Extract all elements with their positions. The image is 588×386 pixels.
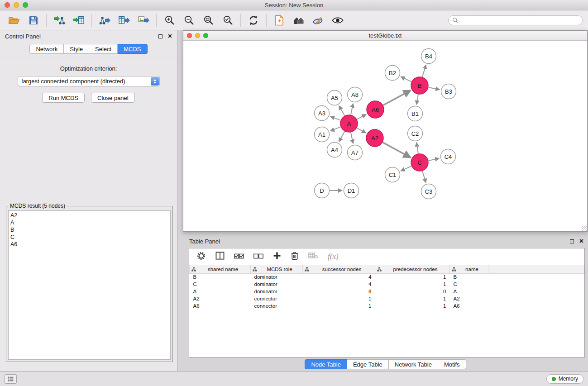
show-columns-button[interactable] — [215, 252, 225, 262]
result-item[interactable]: A6 — [10, 241, 168, 248]
table-row[interactable]: Adominator80A — [190, 288, 584, 295]
graph-node-D1[interactable]: D1 — [344, 183, 359, 198]
table-row[interactable]: Cdominator41C — [190, 281, 584, 288]
graph-node-D[interactable]: D — [315, 183, 330, 198]
graph-edge-A-A3[interactable] — [330, 116, 340, 120]
graph-node-A2[interactable]: A2 — [366, 129, 383, 147]
export-table-button[interactable] — [115, 12, 133, 29]
open-session-button[interactable] — [5, 12, 23, 29]
result-item[interactable]: A2 — [10, 212, 168, 219]
float-table-panel-icon[interactable] — [570, 239, 574, 243]
graph-edge-A-A4[interactable] — [339, 132, 344, 142]
unselect-all-columns-button[interactable] — [253, 253, 263, 261]
network-overview-button[interactable] — [290, 12, 307, 29]
column-header-predecessor-nodes[interactable]: predecessor nodes — [375, 265, 450, 273]
show-hide-details-button[interactable] — [329, 12, 346, 29]
network-canvas[interactable]: B4B2BB3A8A5A6B1A3AC2A1A2A4A7C4CC1C3DD1 — [183, 41, 587, 231]
close-table-panel-icon[interactable]: × — [579, 239, 583, 243]
memory-button[interactable]: Memory — [546, 374, 583, 384]
graph-edge-B-B4[interactable] — [422, 65, 426, 77]
column-header-name[interactable]: name — [450, 265, 488, 273]
graph-node-B3[interactable]: B3 — [441, 84, 456, 99]
graph-node-A7[interactable]: A7 — [348, 145, 363, 160]
open-recent-button[interactable] — [271, 12, 288, 29]
graph-node-A8[interactable]: A8 — [348, 87, 363, 102]
graph-edge-B-B2[interactable] — [401, 77, 411, 82]
network-minimize-button[interactable] — [195, 33, 200, 38]
graph-edge-A6-B[interactable] — [383, 91, 411, 105]
network-zoom-button[interactable] — [203, 33, 208, 38]
graph-node-A4[interactable]: A4 — [327, 143, 342, 157]
zoom-out-button[interactable] — [180, 12, 197, 29]
zoom-in-button[interactable] — [161, 12, 178, 29]
graph-edge-A-A6[interactable] — [357, 114, 366, 119]
graph-edge-B-B1[interactable] — [416, 95, 418, 105]
close-panel-button[interactable]: Close panel — [91, 93, 135, 103]
export-network-button[interactable] — [96, 12, 113, 29]
graph-edge-C-C3[interactable] — [422, 171, 426, 182]
save-session-button[interactable] — [25, 12, 42, 29]
graph-edge-A-A1[interactable] — [330, 127, 340, 131]
create-column-button[interactable] — [273, 252, 281, 262]
table-row[interactable]: A2connector11A2 — [190, 295, 584, 302]
search-field[interactable] — [448, 15, 583, 25]
search-input[interactable] — [460, 17, 578, 24]
table-row[interactable]: Bdominator41B — [190, 273, 584, 281]
export-image-button[interactable] — [135, 12, 152, 29]
graph-edge-C-C2[interactable] — [416, 143, 418, 153]
tab-motifs[interactable]: Motifs — [438, 359, 466, 369]
column-header-shared-name[interactable]: shared name — [190, 265, 251, 273]
graph-node-C4[interactable]: C4 — [441, 149, 456, 164]
graph-node-A6[interactable]: A6 — [367, 101, 384, 118]
graph-node-B[interactable]: B — [411, 77, 428, 94]
graph-node-C2[interactable]: C2 — [408, 126, 423, 141]
delete-table-button[interactable] — [308, 252, 318, 261]
zoom-fit-button[interactable] — [200, 12, 217, 29]
window-resize-grip[interactable] — [582, 226, 587, 231]
close-panel-icon[interactable]: × — [168, 34, 172, 38]
float-panel-icon[interactable] — [158, 34, 163, 38]
close-window-button[interactable] — [5, 2, 10, 8]
tab-mcds[interactable]: MCDS — [118, 44, 147, 54]
graph-edge-A-A2[interactable] — [357, 128, 366, 133]
function-builder-button[interactable]: f(x) — [328, 252, 339, 261]
graph-node-B1[interactable]: B1 — [408, 106, 423, 121]
table-row[interactable]: A6connector11A6 — [190, 302, 584, 310]
select-all-columns-button[interactable] — [234, 253, 244, 261]
column-header-mcds-role[interactable]: MCDS role — [251, 265, 303, 273]
graph-node-A[interactable]: A — [340, 115, 358, 132]
tab-select[interactable]: Select — [89, 44, 118, 54]
graph-edge-C-C4[interactable] — [429, 158, 439, 161]
zoom-selected-button[interactable] — [219, 12, 236, 29]
graph-edge-A2-C[interactable] — [383, 143, 411, 157]
graph-node-A3[interactable]: A3 — [315, 106, 330, 121]
delete-column-button[interactable] — [291, 251, 299, 262]
import-network-button[interactable] — [51, 12, 68, 29]
graph-edge-B-B3[interactable] — [429, 87, 440, 90]
graph-node-C3[interactable]: C3 — [421, 184, 436, 199]
tab-network[interactable]: Network — [29, 44, 64, 54]
graph-edge-A-A5[interactable] — [339, 106, 344, 116]
result-item[interactable]: B — [10, 226, 168, 234]
import-table-button[interactable] — [70, 12, 87, 29]
mcds-result-list[interactable]: A2ABCA6 — [8, 210, 171, 360]
zoom-window-button[interactable] — [23, 2, 28, 8]
graph-edge-A-A7[interactable] — [351, 133, 353, 143]
annotation-pen-button[interactable] — [310, 12, 327, 29]
refresh-button[interactable] — [245, 12, 262, 29]
minimize-window-button[interactable] — [14, 2, 19, 8]
task-history-button[interactable] — [5, 374, 17, 384]
tab-style[interactable]: Style — [64, 44, 89, 54]
column-header-successor-nodes[interactable]: successor nodes — [303, 265, 375, 273]
criterion-dropdown[interactable]: largest connected component (directed) — [18, 76, 160, 86]
graph-node-B2[interactable]: B2 — [385, 66, 400, 81]
result-item[interactable]: C — [10, 234, 168, 241]
network-close-button[interactable] — [187, 33, 192, 38]
graph-node-C[interactable]: C — [411, 154, 428, 171]
tab-edge-table[interactable]: Edge Table — [347, 359, 389, 369]
run-mcds-button[interactable]: Run MCDS — [42, 93, 85, 103]
tab-node-table[interactable]: Node Table — [305, 359, 347, 369]
result-item[interactable]: A — [10, 219, 168, 226]
graph-edge-A-A8[interactable] — [351, 104, 353, 114]
tab-network-table[interactable]: Network Table — [389, 359, 438, 369]
